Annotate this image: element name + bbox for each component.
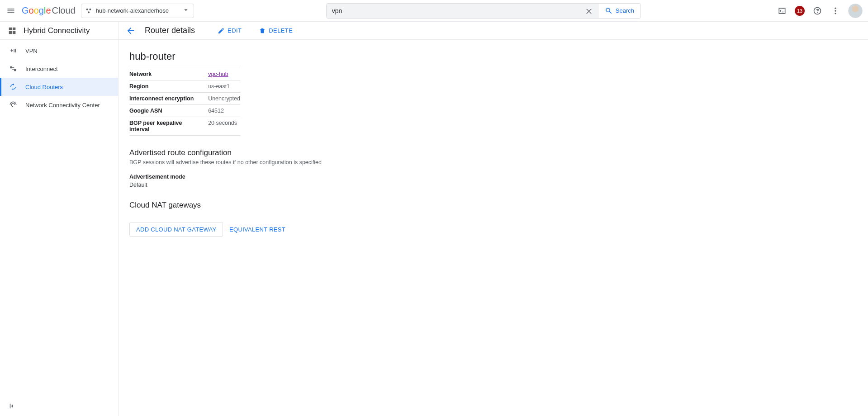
- search-input[interactable]: [327, 4, 580, 18]
- svg-point-2: [88, 11, 90, 13]
- row-value: Unencrypted: [208, 93, 240, 105]
- google-cloud-logo[interactable]: Google Cloud: [22, 5, 76, 16]
- project-selector[interactable]: hub-network-alexanderhose: [81, 4, 194, 18]
- help-icon[interactable]: [812, 5, 823, 16]
- row-key: Interconnect encryption: [129, 93, 208, 105]
- edit-button[interactable]: EDIT: [218, 27, 242, 34]
- svg-point-3: [835, 7, 836, 9]
- hybrid-connectivity-icon: [7, 26, 17, 36]
- table-row: Google ASN 64512: [129, 105, 240, 117]
- svg-point-0: [86, 8, 88, 10]
- sidebar-item-label: Interconnect: [25, 66, 58, 72]
- advertisement-mode-label: Advertisement mode: [129, 174, 515, 180]
- page-title: Router details: [145, 26, 195, 35]
- svg-point-5: [835, 13, 836, 14]
- cloud-shell-icon[interactable]: [777, 5, 787, 16]
- equivalent-rest-button[interactable]: EQUIVALENT REST: [225, 222, 290, 236]
- trash-icon: [259, 27, 266, 34]
- nav-menu-button[interactable]: [5, 5, 16, 16]
- more-menu-icon[interactable]: [830, 5, 841, 16]
- pencil-icon: [218, 27, 225, 34]
- svg-point-4: [835, 10, 836, 11]
- sidebar-item-vpn[interactable]: VPN: [0, 42, 118, 60]
- search-button[interactable]: Search: [598, 4, 640, 18]
- delete-button[interactable]: DELETE: [259, 27, 293, 34]
- row-value: 20 seconds: [208, 117, 240, 136]
- project-name: hub-network-alexanderhose: [96, 7, 169, 14]
- product-header: Hybrid Connectivity: [0, 22, 118, 40]
- cloud-nat-heading: Cloud NAT gateways: [129, 201, 515, 210]
- sidebar-item-interconnect[interactable]: Interconnect: [0, 60, 118, 78]
- sidebar-item-ncc[interactable]: Network Connectivity Center: [0, 96, 118, 114]
- row-key: BGP peer keepalive interval: [129, 117, 208, 136]
- advertised-config-desc: BGP sessions will advertise these routes…: [129, 159, 515, 165]
- row-value: us-east1: [208, 80, 240, 93]
- table-row: Network vpc-hub: [129, 68, 240, 80]
- router-details-table: Network vpc-hub Region us-east1 Intercon…: [129, 68, 240, 136]
- search-button-label: Search: [616, 7, 634, 14]
- svg-rect-6: [10, 404, 11, 409]
- chevron-down-icon: [182, 6, 190, 15]
- collapse-sidebar-button[interactable]: [8, 402, 16, 411]
- table-row: Interconnect encryption Unencrypted: [129, 93, 240, 105]
- advertised-config-heading: Advertised route configuration: [129, 148, 515, 157]
- interconnect-icon: [9, 65, 17, 73]
- sidebar-item-cloud-routers[interactable]: Cloud Routers: [0, 78, 118, 96]
- add-cloud-nat-gateway-button[interactable]: ADD CLOUD NAT GATEWAY: [129, 222, 223, 237]
- search-bar: Search: [326, 3, 641, 19]
- product-title: Hybrid Connectivity: [24, 26, 90, 35]
- row-key: Google ASN: [129, 105, 208, 117]
- vpn-icon: [9, 47, 17, 55]
- row-key: Network: [129, 68, 208, 80]
- table-row: BGP peer keepalive interval 20 seconds: [129, 117, 240, 136]
- router-name-heading: hub-router: [129, 51, 515, 62]
- notifications-badge[interactable]: 13: [795, 6, 805, 16]
- sidebar-item-label: Cloud Routers: [25, 84, 63, 90]
- advertisement-mode-value: Default: [129, 182, 515, 188]
- cloud-routers-icon: [9, 83, 17, 91]
- network-link[interactable]: vpc-hub: [208, 71, 228, 77]
- account-avatar[interactable]: [848, 4, 863, 18]
- sidebar-item-label: VPN: [25, 47, 38, 54]
- row-value: 64512: [208, 105, 240, 117]
- row-key: Region: [129, 80, 208, 93]
- network-connectivity-center-icon: [9, 101, 17, 109]
- back-button[interactable]: [126, 26, 136, 36]
- sidebar-item-label: Network Connectivity Center: [25, 102, 100, 109]
- table-row: Region us-east1: [129, 80, 240, 93]
- delete-label: DELETE: [269, 27, 293, 34]
- svg-point-1: [89, 8, 91, 10]
- search-clear-button[interactable]: [580, 4, 598, 18]
- edit-label: EDIT: [228, 27, 242, 34]
